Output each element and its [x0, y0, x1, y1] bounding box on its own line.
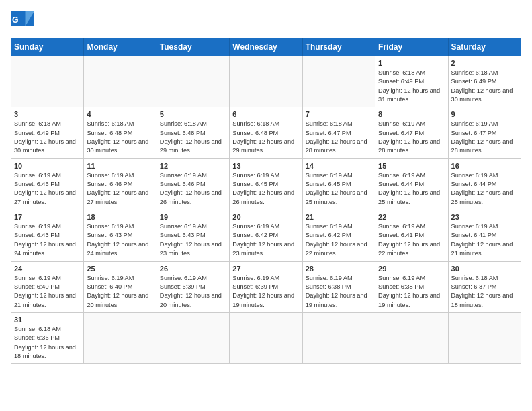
day-info: Sunrise: 6:19 AM Sunset: 6:46 PM Dayligh… [87, 171, 153, 207]
day-info: Sunrise: 6:19 AM Sunset: 6:43 PM Dayligh… [87, 222, 153, 258]
day-number: 3 [14, 110, 81, 118]
day-number: 19 [160, 213, 226, 221]
day-number: 1 [378, 59, 445, 67]
day-number: 7 [306, 110, 372, 118]
calendar-cell: 25Sunrise: 6:19 AM Sunset: 6:40 PM Dayli… [84, 261, 157, 312]
calendar-cell: 30Sunrise: 6:18 AM Sunset: 6:37 PM Dayli… [448, 261, 521, 312]
day-info: Sunrise: 6:19 AM Sunset: 6:41 PM Dayligh… [451, 222, 518, 258]
day-info: Sunrise: 6:18 AM Sunset: 6:47 PM Dayligh… [306, 120, 372, 155]
calendar: SundayMondayTuesdayWednesdayThursdayFrid… [11, 38, 521, 364]
day-number: 15 [378, 162, 445, 170]
day-info: Sunrise: 6:18 AM Sunset: 6:37 PM Dayligh… [451, 274, 518, 310]
day-number: 23 [451, 213, 518, 221]
calendar-cell: 6Sunrise: 6:18 AM Sunset: 6:48 PM Daylig… [230, 107, 302, 158]
day-info: Sunrise: 6:19 AM Sunset: 6:40 PM Dayligh… [87, 274, 153, 310]
calendar-cell: 18Sunrise: 6:19 AM Sunset: 6:43 PM Dayli… [84, 210, 157, 261]
calendar-cell: 9Sunrise: 6:19 AM Sunset: 6:47 PM Daylig… [448, 107, 521, 158]
calendar-cell: 10Sunrise: 6:19 AM Sunset: 6:46 PM Dayli… [11, 158, 84, 210]
calendar-cell: 20Sunrise: 6:19 AM Sunset: 6:42 PM Dayli… [230, 210, 302, 261]
day-number: 11 [87, 162, 153, 170]
calendar-cell [448, 312, 521, 363]
calendar-cell: 19Sunrise: 6:19 AM Sunset: 6:43 PM Dayli… [157, 210, 229, 261]
day-number: 25 [87, 265, 153, 273]
calendar-cell: 5Sunrise: 6:18 AM Sunset: 6:48 PM Daylig… [157, 107, 229, 158]
day-info: Sunrise: 6:19 AM Sunset: 6:41 PM Dayligh… [378, 222, 445, 258]
day-number: 31 [14, 316, 81, 324]
day-info: Sunrise: 6:19 AM Sunset: 6:45 PM Dayligh… [232, 171, 299, 207]
day-number: 26 [160, 265, 226, 273]
calendar-cell: 24Sunrise: 6:19 AM Sunset: 6:40 PM Dayli… [11, 261, 84, 312]
calendar-cell: 26Sunrise: 6:19 AM Sunset: 6:39 PM Dayli… [157, 261, 229, 312]
calendar-week-row: 17Sunrise: 6:19 AM Sunset: 6:43 PM Dayli… [11, 210, 521, 261]
day-number: 8 [378, 110, 445, 118]
calendar-cell: 16Sunrise: 6:19 AM Sunset: 6:44 PM Dayli… [448, 158, 521, 210]
day-number: 30 [451, 265, 518, 273]
day-number: 18 [87, 213, 153, 221]
day-number: 17 [14, 213, 81, 221]
calendar-cell: 28Sunrise: 6:19 AM Sunset: 6:38 PM Dayli… [302, 261, 375, 312]
calendar-cell [302, 312, 375, 363]
day-number: 9 [451, 110, 518, 118]
calendar-cell: 4Sunrise: 6:18 AM Sunset: 6:48 PM Daylig… [84, 107, 157, 158]
calendar-cell: 13Sunrise: 6:19 AM Sunset: 6:45 PM Dayli… [230, 158, 302, 210]
calendar-cell [302, 56, 375, 107]
day-info: Sunrise: 6:19 AM Sunset: 6:46 PM Dayligh… [14, 171, 81, 207]
calendar-cell: 22Sunrise: 6:19 AM Sunset: 6:41 PM Dayli… [375, 210, 448, 261]
calendar-cell [157, 56, 229, 107]
day-info: Sunrise: 6:19 AM Sunset: 6:46 PM Dayligh… [160, 171, 226, 207]
calendar-cell: 14Sunrise: 6:19 AM Sunset: 6:45 PM Dayli… [302, 158, 375, 210]
weekday-header: Thursday [302, 38, 375, 56]
calendar-cell: 12Sunrise: 6:19 AM Sunset: 6:46 PM Dayli… [157, 158, 229, 210]
day-number: 13 [232, 162, 299, 170]
day-info: Sunrise: 6:19 AM Sunset: 6:38 PM Dayligh… [306, 274, 372, 310]
day-info: Sunrise: 6:18 AM Sunset: 6:48 PM Dayligh… [232, 120, 299, 155]
calendar-cell [157, 312, 229, 363]
day-number: 27 [232, 265, 299, 273]
day-info: Sunrise: 6:19 AM Sunset: 6:38 PM Dayligh… [378, 274, 445, 310]
day-info: Sunrise: 6:19 AM Sunset: 6:39 PM Dayligh… [160, 274, 226, 310]
calendar-cell [230, 56, 302, 107]
calendar-cell: 15Sunrise: 6:19 AM Sunset: 6:44 PM Dayli… [375, 158, 448, 210]
calendar-week-row: 24Sunrise: 6:19 AM Sunset: 6:40 PM Dayli… [11, 261, 521, 312]
day-info: Sunrise: 6:18 AM Sunset: 6:48 PM Dayligh… [87, 120, 153, 155]
day-number: 28 [306, 265, 372, 273]
day-number: 12 [160, 162, 226, 170]
weekday-header: Wednesday [230, 38, 302, 56]
calendar-week-row: 31Sunrise: 6:18 AM Sunset: 6:36 PM Dayli… [11, 312, 521, 363]
day-info: Sunrise: 6:19 AM Sunset: 6:47 PM Dayligh… [378, 120, 445, 155]
weekday-header: Monday [84, 38, 157, 56]
day-info: Sunrise: 6:18 AM Sunset: 6:49 PM Dayligh… [14, 120, 81, 155]
day-info: Sunrise: 6:19 AM Sunset: 6:39 PM Dayligh… [232, 274, 299, 310]
calendar-cell: 23Sunrise: 6:19 AM Sunset: 6:41 PM Dayli… [448, 210, 521, 261]
calendar-cell: 31Sunrise: 6:18 AM Sunset: 6:36 PM Dayli… [11, 312, 84, 363]
day-info: Sunrise: 6:19 AM Sunset: 6:42 PM Dayligh… [306, 222, 372, 258]
calendar-cell: 27Sunrise: 6:19 AM Sunset: 6:39 PM Dayli… [230, 261, 302, 312]
calendar-cell [11, 56, 84, 107]
day-number: 22 [378, 213, 445, 221]
day-info: Sunrise: 6:18 AM Sunset: 6:49 PM Dayligh… [378, 68, 445, 104]
calendar-cell: 1Sunrise: 6:18 AM Sunset: 6:49 PM Daylig… [375, 56, 448, 107]
svg-text:G: G [12, 15, 19, 25]
calendar-cell: 29Sunrise: 6:19 AM Sunset: 6:38 PM Dayli… [375, 261, 448, 312]
calendar-cell [84, 56, 157, 107]
calendar-week-row: 10Sunrise: 6:19 AM Sunset: 6:46 PM Dayli… [11, 158, 521, 210]
calendar-cell [84, 312, 157, 363]
day-info: Sunrise: 6:19 AM Sunset: 6:44 PM Dayligh… [378, 171, 445, 207]
weekday-header: Tuesday [157, 38, 229, 56]
day-info: Sunrise: 6:18 AM Sunset: 6:49 PM Dayligh… [451, 68, 518, 104]
day-number: 6 [232, 110, 299, 118]
calendar-cell: 17Sunrise: 6:19 AM Sunset: 6:43 PM Dayli… [11, 210, 84, 261]
weekday-header: Sunday [11, 38, 84, 56]
day-number: 14 [306, 162, 372, 170]
day-info: Sunrise: 6:19 AM Sunset: 6:43 PM Dayligh… [160, 222, 226, 258]
day-number: 16 [451, 162, 518, 170]
day-number: 10 [14, 162, 81, 170]
calendar-cell: 3Sunrise: 6:18 AM Sunset: 6:49 PM Daylig… [11, 107, 84, 158]
logo: G [11, 11, 38, 31]
day-number: 21 [306, 213, 372, 221]
calendar-cell: 8Sunrise: 6:19 AM Sunset: 6:47 PM Daylig… [375, 107, 448, 158]
calendar-cell [375, 312, 448, 363]
calendar-cell: 7Sunrise: 6:18 AM Sunset: 6:47 PM Daylig… [302, 107, 375, 158]
calendar-header-row: SundayMondayTuesdayWednesdayThursdayFrid… [11, 38, 521, 56]
calendar-cell: 2Sunrise: 6:18 AM Sunset: 6:49 PM Daylig… [448, 56, 521, 107]
